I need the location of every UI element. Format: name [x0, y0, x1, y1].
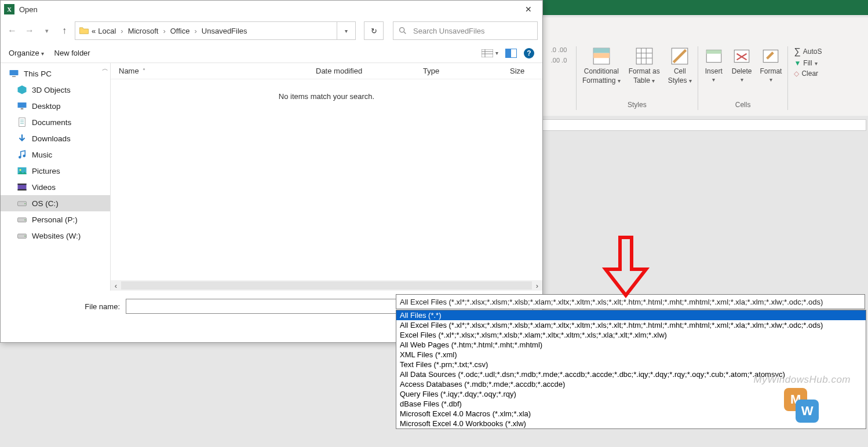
increase-decimal-icon[interactable]: .00 .0 [551, 57, 567, 64]
filetype-current: All Excel Files (*.xl*;*.xlsx;*.xlsm;*.x… [400, 298, 823, 306]
tree-item-label: Documents [32, 118, 71, 127]
delete-cells-button[interactable]: Delete▾ [732, 46, 752, 83]
autosum-button[interactable]: ∑AutoS [794, 46, 822, 57]
tree-item-label: This PC [24, 69, 52, 78]
svg-rect-23 [18, 184, 27, 185]
dialog-title: Open [19, 5, 517, 14]
view-list-icon [482, 49, 493, 57]
preview-pane-button[interactable] [505, 49, 517, 58]
tree-item-label: OS (C:) [32, 199, 59, 208]
dialog-titlebar: X Open ✕ [1, 1, 542, 18]
ribbon-group-styles: Styles [628, 101, 647, 110]
new-folder-button[interactable]: New folder [54, 49, 90, 57]
svg-point-28 [24, 219, 25, 221]
down-icon [17, 133, 27, 144]
tree-item-documents[interactable]: Documents [1, 114, 110, 130]
clear-button[interactable]: ◇Clear [794, 69, 822, 78]
horizontal-scrollbar[interactable]: ‹ › [111, 280, 542, 291]
filetype-option[interactable]: XML Files (*.xml) [396, 350, 866, 360]
crumb-unsavedfiles[interactable]: UnsavedFiles [202, 27, 247, 35]
col-date[interactable]: Date modified [308, 67, 415, 75]
nav-tree[interactable]: ︿ This PC3D ObjectsDesktopDocumentsDownl… [1, 63, 111, 291]
tree-item-pictures[interactable]: Pictures [1, 163, 110, 179]
scroll-track[interactable] [121, 281, 532, 290]
tree-item-label: Downloads [32, 134, 71, 143]
pc-icon [9, 68, 19, 79]
col-type[interactable]: Type [415, 67, 502, 75]
help-button[interactable]: ? [524, 48, 534, 58]
search-placeholder: Search UnsavedFiles [413, 27, 485, 35]
crumb-local[interactable]: Local [98, 27, 116, 35]
tree-item-websites-w-[interactable]: Websites (W:) [1, 228, 110, 244]
svg-point-26 [24, 203, 25, 204]
formula-bar-fragment[interactable] [542, 119, 866, 131]
excel-icon: X [4, 4, 14, 14]
filetype-option[interactable]: Text Files (*.prn;*.txt;*.csv) [396, 360, 866, 369]
filetype-combo[interactable]: All Excel Files (*.xl*;*.xlsx;*.xlsm;*.x… [396, 294, 865, 309]
tree-scroll-up[interactable]: ︿ [102, 64, 109, 73]
scroll-right-button[interactable]: › [532, 281, 542, 290]
crumb-office[interactable]: Office [170, 27, 190, 35]
cube-icon [17, 85, 27, 95]
pic-icon [17, 166, 27, 176]
tree-item-desktop[interactable]: Desktop [1, 98, 110, 114]
svg-rect-3 [636, 48, 652, 64]
cell-styles-button[interactable]: CellStyles ▾ [668, 46, 692, 85]
breadcrumb[interactable]: « Local›Microsoft›Office›UnsavedFiles [75, 21, 337, 40]
folder-icon [79, 25, 89, 36]
chevron-right-icon: › [118, 27, 125, 35]
tree-item-this-pc[interactable]: This PC [1, 65, 110, 82]
svg-rect-6 [706, 50, 721, 53]
tree-item-label: Pictures [32, 167, 60, 175]
svg-rect-15 [18, 102, 27, 108]
fill-button[interactable]: ▼Fill ▾ [794, 59, 822, 67]
decrease-decimal-icon[interactable]: .0 .00 [551, 46, 567, 53]
format-cells-button[interactable]: Format▾ [760, 46, 782, 83]
svg-point-30 [24, 236, 25, 237]
format-as-table-button[interactable]: Format asTable ▾ [629, 46, 660, 85]
tree-item-3d-objects[interactable]: 3D Objects [1, 82, 110, 98]
svg-rect-24 [18, 189, 27, 190]
filetype-option[interactable]: All Excel Files (*.xl*;*.xlsx;*.xlsm;*.x… [396, 320, 866, 330]
view-options-button[interactable]: ▾ [482, 49, 498, 57]
col-name[interactable]: Name [119, 67, 139, 75]
scroll-left-button[interactable]: ‹ [111, 281, 121, 290]
tree-item-label: Desktop [32, 102, 61, 111]
close-button[interactable]: ✕ [517, 5, 540, 14]
tree-item-music[interactable]: Music [1, 146, 110, 163]
drive-icon [17, 198, 27, 208]
sort-indicator-icon: ˄ [143, 68, 145, 74]
recent-locations-button[interactable]: ▾ [40, 27, 54, 35]
column-headers[interactable]: Name ˄ Date modified Type Size [111, 63, 542, 79]
tree-item-videos[interactable]: Videos [1, 179, 110, 195]
desktop-icon [17, 101, 27, 111]
svg-rect-1 [593, 48, 610, 53]
filetype-option[interactable]: Excel Files (*.xl*;*.xlsx;*.xlsm;*.xlsb;… [396, 330, 866, 340]
tree-item-label: 3D Objects [32, 86, 71, 94]
conditional-formatting-button[interactable]: ConditionalFormatting ▾ [582, 46, 621, 85]
svg-point-21 [20, 169, 21, 171]
dialog-navbar: ← → ▾ ↑ « Local›Microsoft›Office›Unsaved… [1, 18, 542, 43]
tree-item-downloads[interactable]: Downloads [1, 130, 110, 146]
tree-item-label: Personal (P:) [32, 215, 78, 224]
nav-back-button[interactable]: ← [5, 25, 19, 36]
watermark-logo: MW [784, 388, 820, 424]
tree-item-os-c-[interactable]: OS (C:) [1, 195, 110, 211]
tree-item-personal-p-[interactable]: Personal (P:) [1, 211, 110, 228]
nav-up-button[interactable]: ↑ [57, 25, 71, 36]
insert-cells-button[interactable]: Insert▾ [704, 46, 724, 83]
filetype-option[interactable]: All Web Pages (*.htm;*.html;*.mht;*.mhtm… [396, 340, 866, 350]
col-size[interactable]: Size [502, 67, 542, 75]
search-input[interactable]: Search UnsavedFiles [393, 21, 538, 40]
organize-button[interactable]: Organize [9, 49, 44, 57]
tree-item-label: Music [32, 151, 52, 159]
crumb-prefix: « [92, 27, 96, 35]
drive-icon [17, 230, 27, 241]
crumb-microsoft[interactable]: Microsoft [128, 27, 159, 35]
refresh-button[interactable]: ↻ [364, 21, 384, 40]
filetype-option[interactable]: All Files (*.*) [396, 310, 866, 320]
excel-ribbon: .0 .00 .00 .0 ConditionalFormatting ▾ Fo… [542, 46, 828, 110]
chevron-right-icon: › [161, 27, 167, 35]
nav-forward-button[interactable]: → [23, 25, 37, 36]
breadcrumb-dropdown[interactable]: ▾ [337, 21, 356, 40]
